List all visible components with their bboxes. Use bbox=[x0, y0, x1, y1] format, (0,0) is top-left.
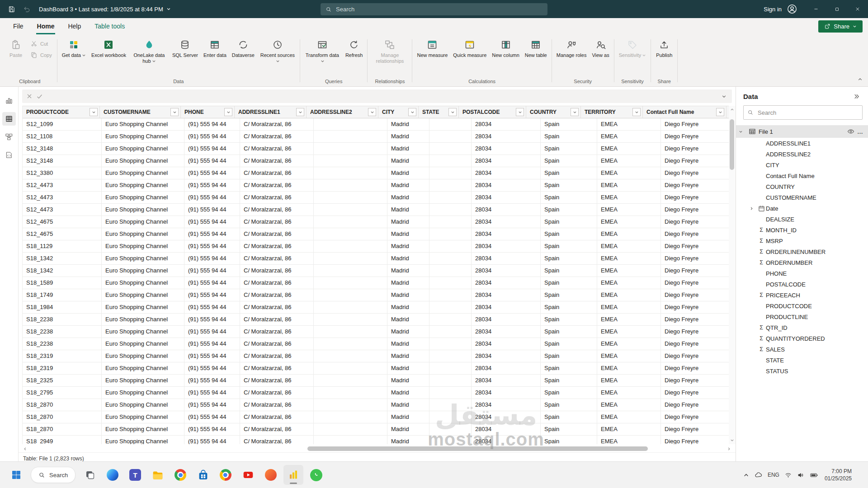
cell[interactable]: Euro Shopping Channel bbox=[102, 253, 184, 264]
scroll-down-icon[interactable] bbox=[730, 438, 734, 442]
filter-icon[interactable] bbox=[448, 108, 457, 116]
cell[interactable] bbox=[429, 167, 472, 179]
cell[interactable]: Madrid bbox=[387, 118, 429, 130]
cell[interactable]: C/ Moralzarzal, 86 bbox=[240, 350, 314, 362]
cell[interactable]: Diego Freyre bbox=[661, 289, 729, 301]
more-options-icon[interactable]: … bbox=[857, 128, 863, 135]
cell[interactable]: Spain bbox=[541, 423, 597, 435]
cell[interactable]: (91) 555 94 44 bbox=[184, 143, 240, 155]
cell[interactable]: C/ Moralzarzal, 86 bbox=[240, 240, 314, 252]
field-customername[interactable]: CUSTOMERNAME bbox=[736, 192, 868, 203]
cell[interactable]: 28034 bbox=[472, 423, 541, 435]
cell[interactable]: Euro Shopping Channel bbox=[102, 362, 184, 374]
field-status[interactable]: STATUS bbox=[736, 366, 868, 376]
field-city[interactable]: CITY bbox=[736, 160, 868, 170]
cell[interactable] bbox=[314, 253, 387, 264]
cell[interactable]: Euro Shopping Channel bbox=[102, 436, 184, 444]
cell[interactable]: 28034 bbox=[472, 326, 541, 338]
cell[interactable]: (91) 555 94 44 bbox=[184, 387, 240, 399]
taskbar-app-task-view[interactable] bbox=[80, 465, 100, 485]
cell[interactable]: 28034 bbox=[472, 167, 541, 179]
column-header-territory[interactable]: TERRITORY bbox=[581, 106, 643, 118]
cell[interactable]: Spain bbox=[541, 411, 597, 423]
cell[interactable]: Euro Shopping Channel bbox=[102, 399, 184, 411]
cell[interactable] bbox=[429, 314, 472, 325]
cell[interactable]: EMEA bbox=[597, 338, 661, 350]
field-msrp[interactable]: ΣMSRP bbox=[736, 235, 868, 246]
cell[interactable]: 28034 bbox=[472, 362, 541, 374]
cell[interactable]: (91) 555 94 44 bbox=[184, 155, 240, 167]
cell[interactable]: EMEA bbox=[597, 240, 661, 252]
taskbar-app-browser[interactable] bbox=[216, 465, 236, 485]
cell[interactable]: EMEA bbox=[597, 204, 661, 216]
cell[interactable] bbox=[429, 131, 472, 142]
cell[interactable] bbox=[429, 338, 472, 350]
cell[interactable]: 28034 bbox=[472, 301, 541, 313]
cell[interactable]: Diego Freyre bbox=[661, 350, 729, 362]
cell[interactable]: 28034 bbox=[472, 411, 541, 423]
cell[interactable]: Euro Shopping Channel bbox=[102, 289, 184, 301]
cell[interactable]: 28034 bbox=[472, 131, 541, 142]
model-view-icon[interactable] bbox=[2, 130, 16, 144]
field-quantityordered[interactable]: ΣQUANTITYORDERED bbox=[736, 333, 868, 344]
cell[interactable] bbox=[314, 204, 387, 216]
filter-icon[interactable] bbox=[224, 108, 232, 116]
cell[interactable]: Spain bbox=[541, 131, 597, 142]
filter-icon[interactable] bbox=[296, 108, 304, 116]
cell[interactable]: 28034 bbox=[472, 228, 541, 240]
cell[interactable]: S12_1108 bbox=[23, 131, 102, 142]
column-header-contact-full-name[interactable]: Contact Full Name bbox=[643, 106, 726, 118]
cell[interactable] bbox=[314, 167, 387, 179]
cell[interactable]: 28034 bbox=[472, 192, 541, 203]
horizontal-scrollbar[interactable] bbox=[23, 445, 731, 452]
cell[interactable]: Madrid bbox=[387, 143, 429, 155]
cell[interactable] bbox=[314, 118, 387, 130]
cell[interactable] bbox=[314, 436, 387, 444]
cell[interactable]: C/ Moralzarzal, 86 bbox=[240, 131, 314, 142]
cell[interactable]: 28034 bbox=[472, 277, 541, 289]
field-ordernumber[interactable]: ΣORDERNUMBER bbox=[736, 257, 868, 268]
cell[interactable]: 28034 bbox=[472, 314, 541, 325]
cell[interactable]: S18_1749 bbox=[23, 289, 102, 301]
cell[interactable]: 28034 bbox=[472, 240, 541, 252]
new-measure-button[interactable]: New measure bbox=[415, 36, 450, 59]
cell[interactable]: C/ Moralzarzal, 86 bbox=[240, 338, 314, 350]
cell[interactable]: C/ Moralzarzal, 86 bbox=[240, 118, 314, 130]
cell[interactable]: EMEA bbox=[597, 387, 661, 399]
cell[interactable]: Madrid bbox=[387, 216, 429, 228]
cell[interactable]: Euro Shopping Channel bbox=[102, 375, 184, 386]
column-header-city[interactable]: CITY bbox=[378, 106, 419, 118]
cell[interactable]: EMEA bbox=[597, 314, 661, 325]
cell[interactable]: Diego Freyre bbox=[661, 155, 729, 167]
filter-icon[interactable] bbox=[632, 108, 641, 116]
cell[interactable]: EMEA bbox=[597, 411, 661, 423]
cell[interactable] bbox=[429, 326, 472, 338]
onelake-data-hub-button[interactable]: OneLake data hub bbox=[129, 36, 169, 65]
get-data-button[interactable]: Get data bbox=[60, 36, 88, 59]
cell[interactable] bbox=[429, 436, 472, 444]
cell[interactable]: 28034 bbox=[472, 350, 541, 362]
cell[interactable] bbox=[314, 375, 387, 386]
cell[interactable]: S12_4675 bbox=[23, 216, 102, 228]
cell[interactable]: Diego Freyre bbox=[661, 314, 729, 325]
dax-query-view-icon[interactable] bbox=[2, 148, 16, 162]
cell[interactable]: EMEA bbox=[597, 118, 661, 130]
cell[interactable]: Diego Freyre bbox=[661, 375, 729, 386]
cell[interactable] bbox=[429, 179, 472, 191]
cell[interactable]: Madrid bbox=[387, 399, 429, 411]
cell[interactable] bbox=[314, 411, 387, 423]
cell[interactable]: Euro Shopping Channel bbox=[102, 314, 184, 325]
cell[interactable]: Madrid bbox=[387, 375, 429, 386]
sign-in-button[interactable]: Sign in bbox=[764, 6, 782, 13]
cell[interactable] bbox=[429, 350, 472, 362]
cell[interactable]: Euro Shopping Channel bbox=[102, 143, 184, 155]
cell[interactable]: EMEA bbox=[597, 143, 661, 155]
field-postalcode[interactable]: POSTALCODE bbox=[736, 279, 868, 290]
field-orderlinenumber[interactable]: ΣORDERLINENUMBER bbox=[736, 246, 868, 257]
cell[interactable]: Madrid bbox=[387, 301, 429, 313]
filter-icon[interactable] bbox=[90, 108, 98, 116]
cell[interactable]: 28034 bbox=[472, 265, 541, 277]
new-table-button[interactable]: New table bbox=[523, 36, 549, 59]
column-header-state[interactable]: STATE bbox=[419, 106, 459, 118]
cell[interactable]: Euro Shopping Channel bbox=[102, 240, 184, 252]
